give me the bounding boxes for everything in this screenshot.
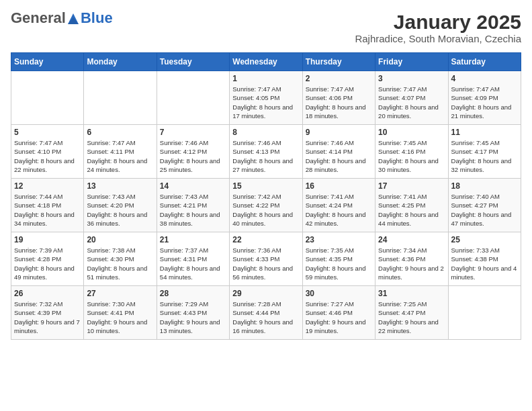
week-row-4: 19Sunrise: 7:39 AM Sunset: 4:28 PM Dayli… bbox=[11, 232, 521, 286]
day-number: 23 bbox=[306, 235, 372, 244]
calendar-cell bbox=[11, 71, 84, 125]
day-info: Sunrise: 7:42 AM Sunset: 4:22 PM Dayligh… bbox=[232, 192, 299, 228]
day-number: 21 bbox=[160, 235, 226, 244]
calendar-cell: 17Sunrise: 7:41 AM Sunset: 4:25 PM Dayli… bbox=[375, 179, 448, 232]
calendar-cell: 21Sunrise: 7:37 AM Sunset: 4:31 PM Dayli… bbox=[157, 232, 229, 286]
day-number: 11 bbox=[451, 128, 518, 137]
day-info: Sunrise: 7:47 AM Sunset: 4:05 PM Dayligh… bbox=[232, 85, 299, 120]
day-number: 26 bbox=[14, 289, 81, 298]
day-number: 9 bbox=[306, 128, 372, 137]
day-number: 14 bbox=[160, 181, 226, 191]
day-info: Sunrise: 7:47 AM Sunset: 4:07 PM Dayligh… bbox=[378, 85, 445, 120]
day-header-saturday: Saturday bbox=[448, 53, 521, 71]
day-info: Sunrise: 7:47 AM Sunset: 4:11 PM Dayligh… bbox=[87, 138, 153, 174]
day-number: 30 bbox=[306, 289, 372, 298]
calendar-cell: 25Sunrise: 7:33 AM Sunset: 4:38 PM Dayli… bbox=[448, 232, 521, 286]
calendar-cell bbox=[84, 71, 157, 125]
calendar-cell: 19Sunrise: 7:39 AM Sunset: 4:28 PM Dayli… bbox=[11, 232, 84, 286]
day-info: Sunrise: 7:39 AM Sunset: 4:28 PM Dayligh… bbox=[14, 246, 81, 281]
calendar-cell: 4Sunrise: 7:47 AM Sunset: 4:09 PM Daylig… bbox=[448, 71, 521, 125]
day-header-friday: Friday bbox=[375, 53, 448, 71]
calendar-cell bbox=[448, 286, 521, 340]
calendar-title: January 2025 bbox=[355, 11, 521, 33]
week-row-3: 12Sunrise: 7:44 AM Sunset: 4:18 PM Dayli… bbox=[11, 179, 521, 232]
day-info: Sunrise: 7:41 AM Sunset: 4:24 PM Dayligh… bbox=[306, 192, 372, 228]
day-number: 12 bbox=[14, 181, 81, 191]
day-header-wednesday: Wednesday bbox=[230, 53, 302, 71]
day-info: Sunrise: 7:47 AM Sunset: 4:09 PM Dayligh… bbox=[451, 85, 518, 120]
calendar-cell: 30Sunrise: 7:27 AM Sunset: 4:46 PM Dayli… bbox=[302, 286, 375, 340]
day-number: 22 bbox=[232, 235, 299, 244]
calendar-cell: 2Sunrise: 7:47 AM Sunset: 4:06 PM Daylig… bbox=[302, 71, 375, 125]
calendar-table: SundayMondayTuesdayWednesdayThursdayFrid… bbox=[11, 52, 521, 340]
day-number: 3 bbox=[378, 74, 445, 83]
day-header-sunday: Sunday bbox=[11, 53, 84, 71]
day-info: Sunrise: 7:30 AM Sunset: 4:41 PM Dayligh… bbox=[87, 300, 153, 335]
day-number: 27 bbox=[87, 289, 153, 298]
day-info: Sunrise: 7:46 AM Sunset: 4:14 PM Dayligh… bbox=[306, 138, 372, 174]
day-header-tuesday: Tuesday bbox=[157, 53, 229, 71]
calendar-cell: 18Sunrise: 7:40 AM Sunset: 4:27 PM Dayli… bbox=[448, 179, 521, 232]
calendar-cell: 13Sunrise: 7:43 AM Sunset: 4:20 PM Dayli… bbox=[84, 179, 157, 232]
calendar-cell: 12Sunrise: 7:44 AM Sunset: 4:18 PM Dayli… bbox=[11, 179, 84, 232]
calendar-cell: 20Sunrise: 7:38 AM Sunset: 4:30 PM Dayli… bbox=[84, 232, 157, 286]
day-info: Sunrise: 7:34 AM Sunset: 4:36 PM Dayligh… bbox=[378, 246, 445, 281]
day-number: 31 bbox=[378, 289, 445, 298]
day-number: 2 bbox=[306, 74, 372, 83]
calendar-cell: 27Sunrise: 7:30 AM Sunset: 4:41 PM Dayli… bbox=[84, 286, 157, 340]
day-number: 28 bbox=[160, 289, 226, 298]
calendar-cell: 3Sunrise: 7:47 AM Sunset: 4:07 PM Daylig… bbox=[375, 71, 448, 125]
day-number: 18 bbox=[451, 181, 518, 191]
day-number: 8 bbox=[232, 128, 299, 137]
day-info: Sunrise: 7:32 AM Sunset: 4:39 PM Dayligh… bbox=[14, 300, 81, 335]
day-number: 17 bbox=[378, 181, 445, 191]
day-info: Sunrise: 7:47 AM Sunset: 4:10 PM Dayligh… bbox=[14, 138, 81, 174]
day-info: Sunrise: 7:35 AM Sunset: 4:35 PM Dayligh… bbox=[306, 246, 372, 281]
day-info: Sunrise: 7:33 AM Sunset: 4:38 PM Dayligh… bbox=[451, 246, 518, 281]
day-info: Sunrise: 7:45 AM Sunset: 4:17 PM Dayligh… bbox=[451, 138, 518, 174]
day-header-monday: Monday bbox=[84, 53, 157, 71]
week-row-1: 1Sunrise: 7:47 AM Sunset: 4:05 PM Daylig… bbox=[11, 71, 521, 125]
day-info: Sunrise: 7:43 AM Sunset: 4:20 PM Dayligh… bbox=[87, 192, 153, 228]
week-row-2: 5Sunrise: 7:47 AM Sunset: 4:10 PM Daylig… bbox=[11, 125, 521, 179]
calendar-subtitle: Rajhradice, South Moravian, Czechia bbox=[355, 33, 521, 44]
calendar-cell: 31Sunrise: 7:25 AM Sunset: 4:47 PM Dayli… bbox=[375, 286, 448, 340]
day-info: Sunrise: 7:28 AM Sunset: 4:44 PM Dayligh… bbox=[232, 300, 299, 335]
day-number: 16 bbox=[306, 181, 372, 191]
day-info: Sunrise: 7:46 AM Sunset: 4:12 PM Dayligh… bbox=[160, 138, 226, 174]
calendar-cell: 14Sunrise: 7:43 AM Sunset: 4:21 PM Dayli… bbox=[157, 179, 229, 232]
day-number: 15 bbox=[232, 181, 299, 191]
day-info: Sunrise: 7:27 AM Sunset: 4:46 PM Dayligh… bbox=[306, 300, 372, 335]
calendar-cell: 23Sunrise: 7:35 AM Sunset: 4:35 PM Dayli… bbox=[302, 232, 375, 286]
calendar-cell: 8Sunrise: 7:46 AM Sunset: 4:13 PM Daylig… bbox=[230, 125, 302, 179]
calendar-cell: 6Sunrise: 7:47 AM Sunset: 4:11 PM Daylig… bbox=[84, 125, 157, 179]
day-info: Sunrise: 7:47 AM Sunset: 4:06 PM Dayligh… bbox=[306, 85, 372, 120]
day-number: 7 bbox=[160, 128, 226, 137]
day-number: 19 bbox=[14, 235, 81, 244]
day-number: 24 bbox=[378, 235, 445, 244]
calendar-cell: 16Sunrise: 7:41 AM Sunset: 4:24 PM Dayli… bbox=[302, 179, 375, 232]
day-number: 10 bbox=[378, 128, 445, 137]
calendar-cell: 28Sunrise: 7:29 AM Sunset: 4:43 PM Dayli… bbox=[157, 286, 229, 340]
day-info: Sunrise: 7:46 AM Sunset: 4:13 PM Dayligh… bbox=[232, 138, 299, 174]
calendar-cell: 11Sunrise: 7:45 AM Sunset: 4:17 PM Dayli… bbox=[448, 125, 521, 179]
day-number: 4 bbox=[451, 74, 518, 83]
day-number: 20 bbox=[87, 235, 153, 244]
day-info: Sunrise: 7:41 AM Sunset: 4:25 PM Dayligh… bbox=[378, 192, 445, 228]
day-info: Sunrise: 7:43 AM Sunset: 4:21 PM Dayligh… bbox=[160, 192, 226, 228]
page-header: GeneralBlue January 2025 Rajhradice, Sou… bbox=[11, 11, 521, 44]
day-info: Sunrise: 7:44 AM Sunset: 4:18 PM Dayligh… bbox=[14, 192, 81, 228]
day-info: Sunrise: 7:45 AM Sunset: 4:16 PM Dayligh… bbox=[378, 138, 445, 174]
calendar-cell: 15Sunrise: 7:42 AM Sunset: 4:22 PM Dayli… bbox=[230, 179, 302, 232]
day-info: Sunrise: 7:29 AM Sunset: 4:43 PM Dayligh… bbox=[160, 300, 226, 335]
calendar-cell: 10Sunrise: 7:45 AM Sunset: 4:16 PM Dayli… bbox=[375, 125, 448, 179]
logo: GeneralBlue bbox=[11, 11, 113, 26]
calendar-cell bbox=[157, 71, 229, 125]
calendar-cell: 29Sunrise: 7:28 AM Sunset: 4:44 PM Dayli… bbox=[230, 286, 302, 340]
day-number: 6 bbox=[87, 128, 153, 137]
day-number: 13 bbox=[87, 181, 153, 191]
day-info: Sunrise: 7:38 AM Sunset: 4:30 PM Dayligh… bbox=[87, 246, 153, 281]
logo-text: GeneralBlue bbox=[11, 11, 113, 26]
calendar-cell: 9Sunrise: 7:46 AM Sunset: 4:14 PM Daylig… bbox=[302, 125, 375, 179]
day-number: 5 bbox=[14, 128, 81, 137]
